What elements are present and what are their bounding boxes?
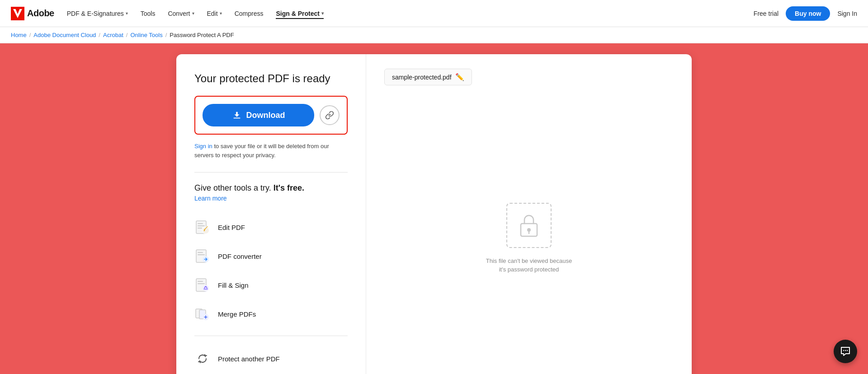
nav-item-tools[interactable]: Tools xyxy=(141,8,156,19)
breadcrumb: Home / Adobe Document Cloud / Acrobat / … xyxy=(0,27,868,43)
tool-item-fill-sign[interactable]: Fill & Sign xyxy=(194,271,348,299)
locked-message: This file can't be viewed because it's p… xyxy=(484,257,574,273)
svg-rect-2 xyxy=(198,223,203,224)
lock-container: This file can't be viewed because it's p… xyxy=(484,203,574,273)
free-trial-button[interactable]: Free trial xyxy=(754,10,778,17)
breadcrumb-online-tools[interactable]: Online Tools xyxy=(130,32,162,38)
svg-rect-8 xyxy=(198,252,203,253)
breadcrumb-separator: / xyxy=(29,32,31,38)
breadcrumb-separator: / xyxy=(165,32,167,38)
breadcrumb-separator: / xyxy=(99,32,100,38)
tool-item-pdf-converter[interactable]: PDF converter xyxy=(194,242,348,271)
breadcrumb-document-cloud[interactable]: Adobe Document Cloud xyxy=(33,32,96,38)
main-card: Your protected PDF is ready Download xyxy=(176,54,692,374)
tool-label-edit-pdf: Edit PDF xyxy=(218,224,245,231)
preview-area: This file can't be viewed because it's p… xyxy=(384,100,674,374)
sign-in-link[interactable]: Sign in xyxy=(194,143,212,150)
bottom-divider xyxy=(194,336,348,336)
download-section: Download xyxy=(194,96,348,135)
buy-now-button[interactable]: Buy now xyxy=(786,6,830,21)
refresh-icon xyxy=(194,351,211,367)
edit-pdf-icon xyxy=(194,219,211,235)
protect-another-item[interactable]: Protect another PDF xyxy=(194,347,348,373)
nav-item-pdf-esignatures[interactable]: PDF & E-Signatures ▾ xyxy=(67,8,128,19)
adobe-wordmark: Adobe xyxy=(27,8,54,19)
chevron-down-icon: ▾ xyxy=(192,11,194,16)
nav-item-compress[interactable]: Compress xyxy=(235,8,264,19)
merge-pdfs-icon xyxy=(194,306,211,322)
tool-item-merge-pdfs[interactable]: Merge PDFs xyxy=(194,299,348,328)
svg-point-14 xyxy=(203,285,209,291)
protect-another-label: Protect another PDF xyxy=(218,355,280,363)
file-name-text: sample-protected.pdf xyxy=(392,74,452,81)
chevron-down-icon: ▾ xyxy=(126,11,128,16)
learn-more-link[interactable]: Learn more xyxy=(194,195,348,202)
tool-label-merge-pdfs: Merge PDFs xyxy=(218,310,256,318)
svg-rect-3 xyxy=(198,225,205,226)
ready-title: Your protected PDF is ready xyxy=(194,72,348,85)
chevron-down-icon: ▾ xyxy=(321,11,324,16)
nav-item-edit[interactable]: Edit ▾ xyxy=(207,8,222,19)
chevron-down-icon: ▾ xyxy=(220,11,222,16)
svg-point-24 xyxy=(847,350,848,351)
chat-icon xyxy=(840,346,851,357)
svg-rect-12 xyxy=(198,281,203,282)
navbar-right: Free trial Buy now Sign In xyxy=(754,6,857,21)
navbar-left: Adobe PDF & E-Signatures ▾ Tools Convert… xyxy=(11,7,754,20)
svg-point-23 xyxy=(845,350,846,351)
tool-label-fill-sign: Fill & Sign xyxy=(218,281,249,289)
right-panel: sample-protected.pdf ✏️ This file can't … xyxy=(366,54,692,374)
lock-icon xyxy=(518,213,540,238)
svg-rect-0 xyxy=(11,7,24,20)
download-button[interactable]: Download xyxy=(203,104,314,126)
download-icon xyxy=(232,110,242,120)
tool-item-edit-pdf[interactable]: Edit PDF xyxy=(194,213,348,242)
sign-in-link[interactable]: Sign In xyxy=(837,10,857,17)
main-content: Your protected PDF is ready Download xyxy=(0,43,868,374)
nav-item-sign-protect[interactable]: Sign & Protect ▾ xyxy=(276,8,323,19)
breadcrumb-separator: / xyxy=(126,32,128,38)
nav-item-convert[interactable]: Convert ▾ xyxy=(168,8,194,19)
fill-sign-icon xyxy=(194,277,211,293)
section-divider xyxy=(194,172,348,173)
tool-label-pdf-converter: PDF converter xyxy=(218,252,262,260)
lock-box xyxy=(506,203,552,248)
svg-rect-9 xyxy=(198,254,205,255)
copy-link-button[interactable] xyxy=(320,105,340,125)
chat-button[interactable] xyxy=(834,340,857,363)
adobe-logo[interactable]: Adobe xyxy=(11,7,54,20)
breadcrumb-current-page: Password Protect A PDF xyxy=(170,32,234,38)
adobe-logo-icon xyxy=(11,7,24,20)
sign-in-notice: Sign in to save your file or it will be … xyxy=(194,142,348,159)
svg-rect-13 xyxy=(198,283,205,284)
left-panel: Your protected PDF is ready Download xyxy=(176,54,366,374)
tools-title: Give other tools a try. It's free. xyxy=(194,183,348,193)
file-name-bar: sample-protected.pdf ✏️ xyxy=(384,69,472,85)
navbar: Adobe PDF & E-Signatures ▾ Tools Convert… xyxy=(0,0,868,27)
svg-point-22 xyxy=(843,350,844,351)
breadcrumb-home[interactable]: Home xyxy=(11,32,27,38)
tool-list: Edit PDF PDF converter xyxy=(194,213,348,328)
breadcrumb-acrobat[interactable]: Acrobat xyxy=(103,32,123,38)
link-icon xyxy=(325,111,334,120)
edit-filename-icon[interactable]: ✏️ xyxy=(455,73,464,81)
svg-rect-4 xyxy=(198,228,202,229)
pdf-converter-icon xyxy=(194,248,211,264)
